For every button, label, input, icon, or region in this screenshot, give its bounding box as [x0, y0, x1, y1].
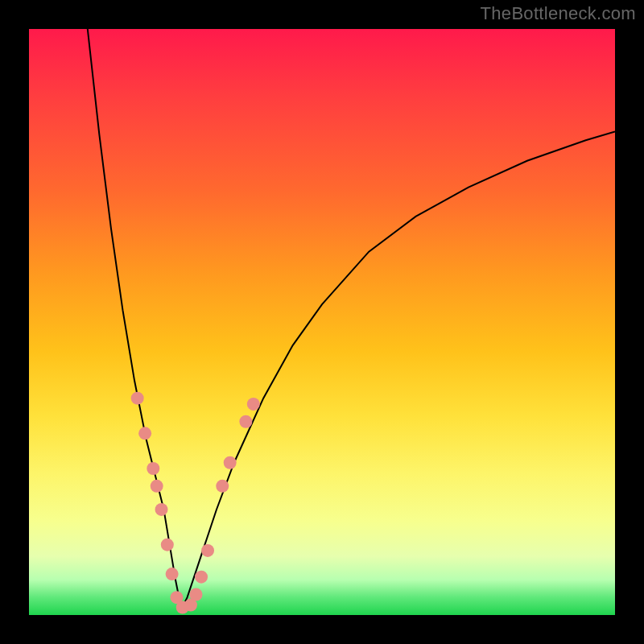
watermark-text: TheBottleneck.com	[481, 3, 636, 24]
series-group	[88, 29, 615, 609]
marker-pink-dots-16	[247, 398, 260, 411]
chart-svg	[29, 29, 615, 615]
series-curve-right	[181, 131, 615, 609]
marker-pink-dots-14	[224, 456, 237, 469]
marker-pink-dots-5	[161, 539, 174, 551]
marker-pink-dots-3	[151, 480, 163, 493]
marker-pink-dots-12	[201, 544, 214, 557]
marker-pink-dots-1	[138, 427, 151, 440]
marker-pink-dots-13	[216, 480, 229, 493]
series-curve-left	[88, 29, 181, 609]
marker-group	[131, 392, 260, 614]
marker-pink-dots-15	[239, 415, 252, 428]
marker-pink-dots-4	[155, 503, 168, 516]
marker-pink-dots-0	[131, 392, 144, 405]
chart-frame: TheBottleneck.com	[0, 0, 644, 644]
marker-pink-dots-11	[195, 571, 208, 584]
marker-pink-dots-2	[147, 462, 159, 475]
plot-area	[29, 29, 615, 615]
marker-pink-dots-6	[166, 568, 179, 580]
marker-pink-dots-10	[189, 588, 202, 601]
